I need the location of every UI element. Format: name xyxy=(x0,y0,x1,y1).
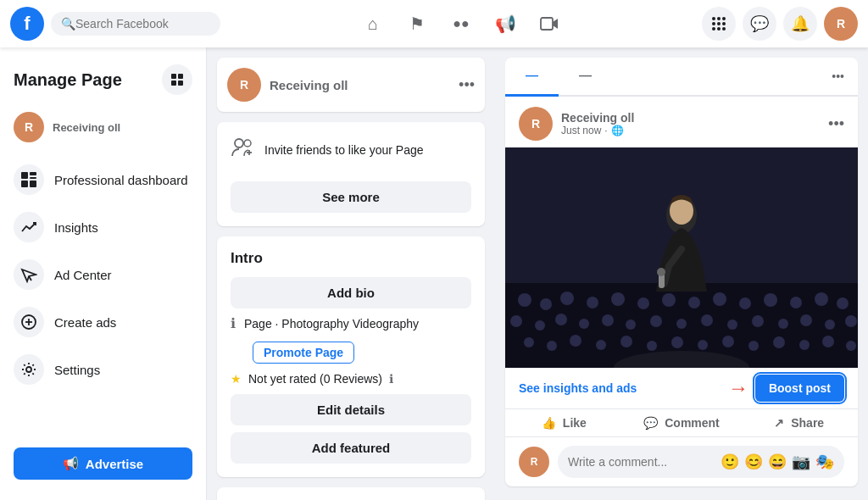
advertise-button[interactable]: 📢 Advertise xyxy=(14,447,192,480)
insights-icon xyxy=(14,212,44,242)
svg-rect-12 xyxy=(171,81,176,86)
svg-point-25 xyxy=(235,139,243,147)
sticker-icon[interactable]: 😄 xyxy=(768,453,787,471)
page-header-more-btn[interactable]: ••• xyxy=(459,76,475,94)
emoji-icon[interactable]: 🙂 xyxy=(721,453,739,471)
svg-point-9 xyxy=(722,27,726,31)
svg-point-37 xyxy=(611,292,625,306)
see-more-button[interactable]: See more xyxy=(231,181,471,213)
rating-text: Not yet rated (0 Reviews) xyxy=(248,372,382,386)
grid-menu-btn[interactable] xyxy=(702,7,736,41)
comment-button[interactable]: 💬 Comment xyxy=(623,409,741,436)
gif-icon[interactable]: 😊 xyxy=(744,453,763,471)
boost-post-button[interactable]: Boost post xyxy=(755,375,844,402)
svg-point-55 xyxy=(701,314,713,326)
svg-point-44 xyxy=(790,297,802,308)
post-more-btn[interactable]: ••• xyxy=(828,115,844,133)
invite-section: Invite friends to like your Page xyxy=(231,136,471,164)
video-nav-btn[interactable] xyxy=(529,3,570,44)
post-actions-bar: See insights and ads → Boost post xyxy=(505,368,858,409)
svg-point-50 xyxy=(579,319,589,329)
feed-nav-btn[interactable]: ●● xyxy=(441,3,481,44)
share-button[interactable]: ↗ Share xyxy=(740,409,858,436)
svg-marker-19 xyxy=(22,269,36,281)
sidebar-item-professional-dashboard[interactable]: Professional dashboard xyxy=(7,156,199,203)
svg-rect-15 xyxy=(30,172,36,175)
svg-point-24 xyxy=(26,367,31,372)
svg-rect-13 xyxy=(178,81,183,86)
intro-title: Intro xyxy=(231,250,471,267)
svg-point-43 xyxy=(764,293,777,307)
sidebar-title: Manage Page xyxy=(7,58,199,105)
rating-row: ★ Not yet rated (0 Reviews) ℹ xyxy=(231,372,471,386)
dashboard-label: Professional dashboard xyxy=(54,173,188,187)
sidebar-collapse-btn[interactable] xyxy=(162,64,192,95)
camera-icon[interactable]: 📷 xyxy=(792,453,810,471)
comment-input[interactable] xyxy=(568,455,721,469)
comment-icon: 💬 xyxy=(643,416,658,430)
pages-nav-btn[interactable]: ⚑ xyxy=(397,3,437,44)
tab-2[interactable]: — xyxy=(559,58,612,97)
sidebar-item-create-ads[interactable]: Create ads xyxy=(7,298,199,346)
more-options-btn[interactable]: ••• xyxy=(818,58,858,95)
post-author-name: Receiving oll xyxy=(561,111,820,125)
star-icon: ★ xyxy=(231,372,242,386)
svg-point-7 xyxy=(712,27,715,31)
megaphone-icon: 📢 xyxy=(63,456,79,471)
svg-point-4 xyxy=(712,22,715,25)
svg-point-64 xyxy=(570,335,581,347)
page-header-card: R Receiving oll ••• xyxy=(217,58,485,112)
svg-point-40 xyxy=(688,297,700,308)
svg-rect-0 xyxy=(541,18,553,30)
notifications-btn[interactable]: 🔔 xyxy=(783,7,817,41)
arrow-icon: → xyxy=(728,376,748,400)
messenger-btn[interactable]: 💬 xyxy=(743,7,776,41)
svg-point-49 xyxy=(555,314,567,325)
svg-point-6 xyxy=(722,22,726,25)
post-image xyxy=(505,147,858,368)
megaphone-nav-btn[interactable]: 📢 xyxy=(485,3,526,44)
svg-point-75 xyxy=(846,341,856,351)
advertise-section: 📢 Advertise xyxy=(7,437,199,490)
svg-point-66 xyxy=(620,336,632,347)
svg-point-38 xyxy=(637,297,649,309)
post-image-svg xyxy=(505,147,858,368)
post-header: R Receiving oll Just now · 🌐 ••• xyxy=(505,97,858,147)
attachment-icon[interactable]: 🎭 xyxy=(815,453,834,471)
user-avatar[interactable]: R xyxy=(824,7,858,41)
sidebar-item-ad-center[interactable]: Ad Center xyxy=(7,251,199,298)
like-button[interactable]: 👍 Like xyxy=(505,409,623,436)
boost-section: → Boost post xyxy=(728,375,844,402)
page-category: Page · Photography Videography xyxy=(244,317,419,331)
search-input[interactable] xyxy=(75,17,210,31)
home-nav-btn[interactable]: ⌂ xyxy=(353,3,393,44)
facebook-logo[interactable]: f xyxy=(10,7,44,41)
svg-point-36 xyxy=(587,297,598,308)
like-icon: 👍 xyxy=(542,416,556,430)
see-insights-link[interactable]: See insights and ads xyxy=(519,381,637,395)
sidebar-page-info: R Receiving oll xyxy=(7,105,199,149)
right-panel: — — ••• R Receiving oll Just now · 🌐 ••• xyxy=(495,47,868,500)
post-tabs: — — ••• xyxy=(505,58,858,97)
post-avatar: R xyxy=(519,107,553,141)
svg-point-45 xyxy=(815,292,828,306)
middle-panel: R Receiving oll ••• Invite friends to l xyxy=(207,47,495,500)
svg-point-8 xyxy=(717,27,721,31)
sidebar-item-insights[interactable]: Insights xyxy=(7,203,199,251)
svg-point-61 xyxy=(845,315,857,327)
promote-page-button[interactable]: Promote Page xyxy=(253,342,354,364)
add-featured-button[interactable]: Add featured xyxy=(231,432,471,464)
svg-point-3 xyxy=(722,17,726,20)
svg-point-5 xyxy=(717,22,721,25)
tab-1[interactable]: — xyxy=(505,58,559,97)
rating-info-icon: ℹ xyxy=(389,372,393,386)
sidebar-item-settings[interactable]: Settings xyxy=(7,346,199,393)
svg-point-51 xyxy=(602,314,614,326)
svg-point-70 xyxy=(722,336,734,347)
add-bio-button[interactable]: Add bio xyxy=(231,277,471,308)
comment-input-wrap: 🙂 😊 😄 📷 🎭 xyxy=(558,446,844,478)
svg-point-69 xyxy=(698,340,708,350)
ad-center-label: Ad Center xyxy=(54,268,112,282)
edit-details-button[interactable]: Edit details xyxy=(231,394,471,425)
search-bar[interactable]: 🔍 xyxy=(51,12,220,36)
